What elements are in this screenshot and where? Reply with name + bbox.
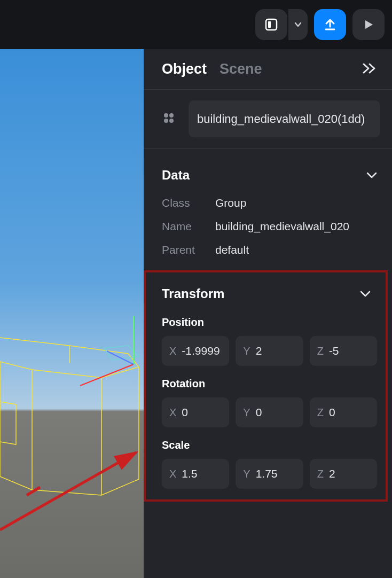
position-x-input[interactable] <box>182 345 222 357</box>
scale-z-field[interactable]: Z <box>310 459 377 489</box>
chevron-down-icon <box>366 171 377 179</box>
svg-line-6 <box>0 452 136 530</box>
scale-z-input[interactable] <box>329 467 370 480</box>
main-area: Object Scene building_medievalwall_020(1… <box>0 49 392 578</box>
section-transform-title: Transform <box>162 286 224 301</box>
panel-icon <box>265 18 278 31</box>
label-parent: Parent <box>162 244 215 256</box>
position-z-input[interactable] <box>329 345 370 357</box>
scale-y-field[interactable]: Y <box>236 459 303 489</box>
svg-point-9 <box>169 113 174 118</box>
svg-rect-1 <box>268 21 271 28</box>
svg-point-10 <box>164 119 168 123</box>
annotation-arrow <box>0 452 136 530</box>
position-row: X Y Z <box>146 331 386 368</box>
grip-icon[interactable] <box>162 111 176 127</box>
svg-point-8 <box>164 113 168 118</box>
object-name-row: building_medievalwall_020(1dd) <box>144 90 392 149</box>
rotation-z-field[interactable]: Z <box>310 397 377 427</box>
expand-icon[interactable] <box>362 63 377 76</box>
section-transform-header[interactable]: Transform <box>146 272 386 307</box>
position-z-field[interactable]: Z <box>310 336 377 366</box>
scene-wireframe <box>0 49 144 578</box>
scale-x-input[interactable] <box>182 467 222 480</box>
label-rotation: Rotation <box>146 368 386 392</box>
svg-rect-0 <box>266 19 277 30</box>
scale-row: X Y Z <box>146 454 386 491</box>
label-name: Name <box>162 220 215 233</box>
label-position: Position <box>146 307 386 331</box>
layout-dropdown[interactable] <box>288 9 308 40</box>
chevron-down-icon <box>360 290 371 298</box>
rotation-row: X Y Z <box>146 392 386 429</box>
scale-x-field[interactable]: X <box>162 459 229 489</box>
inspector-tabs: Object Scene <box>144 49 392 90</box>
position-y-input[interactable] <box>256 345 296 357</box>
value-parent: default <box>215 244 249 256</box>
play-button[interactable] <box>352 9 385 40</box>
value-class: Group <box>215 197 246 209</box>
data-section: Class Group Name building_medievalwall_0… <box>144 187 392 264</box>
rotation-x-field[interactable]: X <box>162 397 229 427</box>
inspector-panel: Object Scene building_medievalwall_020(1… <box>144 49 392 578</box>
object-name[interactable]: building_medievalwall_020(1dd) <box>189 100 380 137</box>
label-scale: Scale <box>146 429 386 454</box>
rotation-y-field[interactable]: Y <box>236 397 303 427</box>
top-toolbar <box>0 0 392 49</box>
layout-button[interactable] <box>255 9 287 40</box>
rotation-x-input[interactable] <box>182 406 222 419</box>
upload-button[interactable] <box>314 9 346 40</box>
tab-scene[interactable]: Scene <box>219 61 262 77</box>
label-class: Class <box>162 197 215 209</box>
play-icon <box>363 19 374 30</box>
section-data-title: Data <box>162 168 190 183</box>
viewport[interactable] <box>0 49 144 578</box>
position-y-field[interactable]: Y <box>236 336 303 366</box>
scale-y-input[interactable] <box>256 467 296 480</box>
svg-line-3 <box>80 364 134 386</box>
chevron-down-icon <box>294 21 302 28</box>
position-x-field[interactable]: X <box>162 336 229 366</box>
value-name: building_medievalwall_020 <box>215 220 349 233</box>
transform-section: Transform Position X Y Z Rotation X Y Z … <box>144 270 388 502</box>
rotation-z-input[interactable] <box>329 406 370 419</box>
tab-object[interactable]: Object <box>162 61 207 77</box>
section-data-header[interactable]: Data <box>144 149 392 187</box>
upload-icon <box>323 18 337 32</box>
svg-point-11 <box>169 119 174 123</box>
rotation-y-input[interactable] <box>256 406 296 419</box>
